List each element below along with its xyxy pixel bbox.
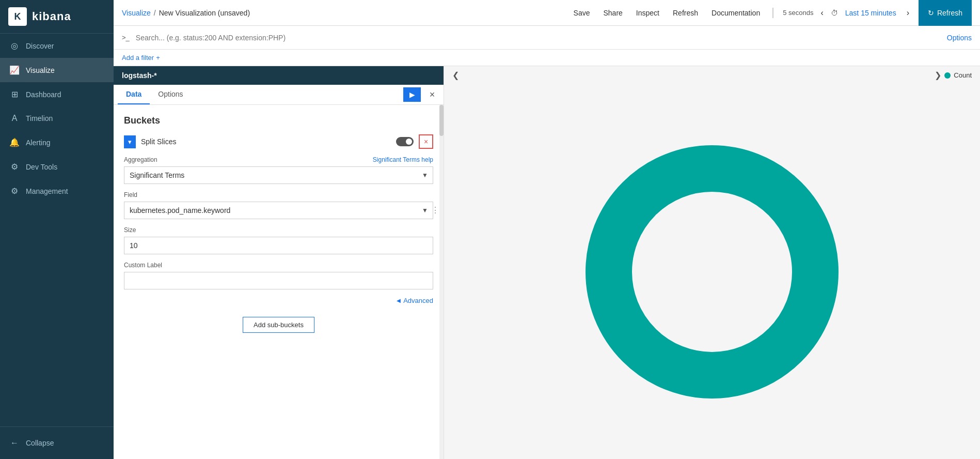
topbar-time-section: 5 seconds ‹ ⏱ Last 15 minutes › xyxy=(783,6,912,20)
add-filter-icon: + xyxy=(156,54,160,62)
breadcrumb-current: New Visualization (unsaved) xyxy=(159,9,250,17)
topbar-actions: Save Share Inspect Refresh Documentation… xyxy=(571,6,912,20)
scroll-thumb xyxy=(439,105,444,136)
sidebar-item-devtools[interactable]: ⚙ Dev Tools xyxy=(0,155,114,179)
custom-label-input[interactable] xyxy=(124,272,433,289)
index-pattern-label: logstash-* xyxy=(122,71,157,80)
size-field-row: Size 10 xyxy=(124,226,433,254)
close-icon: × xyxy=(430,89,435,100)
content-area: logstash-* Data Options ▶ × xyxy=(114,66,980,459)
field-label-text: Field xyxy=(124,191,137,198)
refresh-topbar-button[interactable]: Refresh xyxy=(670,7,701,19)
legend-expand-icon: ❯ xyxy=(935,71,941,80)
viz-collapse-button[interactable]: ❮ xyxy=(452,70,459,80)
time-prev-button[interactable]: ‹ xyxy=(817,6,826,20)
aggregation-field-row: Aggregation Significant Terms help Signi… xyxy=(124,156,433,184)
sidebar-item-collapse[interactable]: ← Collapse xyxy=(0,431,114,455)
search-input[interactable] xyxy=(136,34,943,42)
sidebar-item-label: Management xyxy=(26,187,68,195)
field-select-wrapper: kubernetes.pod_name.keyword ▼ xyxy=(124,202,433,219)
documentation-button[interactable]: Documentation xyxy=(708,7,763,19)
sidebar-item-visualize[interactable]: 📈 Visualize xyxy=(0,58,114,82)
auto-refresh-display: 5 seconds xyxy=(783,9,813,17)
add-filter-button[interactable]: Add a filter + xyxy=(122,54,160,62)
time-icon: ⏱ xyxy=(831,9,838,17)
play-icon: ▶ xyxy=(409,90,415,99)
custom-label-field-row: Custom Label xyxy=(124,262,433,289)
sidebar-item-label: Discover xyxy=(26,42,54,50)
legend-label: Count xyxy=(954,71,972,79)
topbar: Visualize / New Visualization (unsaved) … xyxy=(114,0,980,26)
size-label: Size xyxy=(124,226,433,234)
searchbar: >_ Options xyxy=(114,26,980,50)
add-sub-buckets-button[interactable]: Add sub-buckets xyxy=(243,317,314,333)
devtools-icon: ⚙ xyxy=(9,162,20,172)
field-select[interactable]: kubernetes.pod_name.keyword xyxy=(124,202,433,219)
share-button[interactable]: Share xyxy=(600,7,626,19)
delete-icon: × xyxy=(424,137,428,146)
timelion-icon: A xyxy=(9,114,20,123)
scroll-track xyxy=(439,105,444,459)
collapse-viz-icon: ❮ xyxy=(452,71,459,80)
dashboard-icon: ⊞ xyxy=(9,89,20,99)
sidebar-item-dashboard[interactable]: ⊞ Dashboard xyxy=(0,82,114,106)
discover-icon: ◎ xyxy=(9,41,20,51)
time-range-button[interactable]: Last 15 minutes xyxy=(842,7,899,19)
field-field-row: Field kubernetes.pod_name.keyword ▼ ⋮ xyxy=(124,191,433,219)
sidebar-item-label: Dev Tools xyxy=(26,163,57,171)
viz-toolbar: ❮ ❯ Count xyxy=(444,66,980,84)
save-button[interactable]: Save xyxy=(571,7,593,19)
sidebar-item-management[interactable]: ⚙ Management xyxy=(0,179,114,203)
svg-point-0 xyxy=(609,169,815,375)
panel-body: Buckets ▾ Split Slices × Aggregation xyxy=(114,105,444,459)
sidebar-item-label: Dashboard xyxy=(26,90,61,99)
tabs-actions: ▶ × xyxy=(403,87,439,102)
left-panel: logstash-* Data Options ▶ × xyxy=(114,66,444,459)
bucket-expand-button[interactable]: ▾ xyxy=(124,135,136,148)
add-filter-label: Add a filter xyxy=(122,54,154,62)
search-prompt: >_ xyxy=(122,34,130,41)
sidebar: K kibana ◎ Discover 📈 Visualize ⊞ Dashbo… xyxy=(0,0,114,459)
tab-data[interactable]: Data xyxy=(118,85,150,104)
sidebar-item-discover[interactable]: ◎ Discover xyxy=(0,34,114,58)
tabs-bar: Data Options ▶ × xyxy=(114,85,444,105)
aggregation-select[interactable]: Significant Terms xyxy=(124,166,433,184)
advanced-toggle-button[interactable]: ◄ Advanced xyxy=(395,297,433,304)
aggregation-field-label: Aggregation Significant Terms help xyxy=(124,156,433,163)
filterbar: Add a filter + xyxy=(114,50,980,66)
tab-options[interactable]: Options xyxy=(150,85,191,104)
inspect-button[interactable]: Inspect xyxy=(633,7,662,19)
size-input[interactable]: 10 xyxy=(124,237,433,254)
significant-terms-help-link[interactable]: Significant Terms help xyxy=(373,156,433,163)
main-content: Visualize / New Visualization (unsaved) … xyxy=(114,0,980,459)
split-slices-row: ▾ Split Slices × xyxy=(124,134,433,149)
sidebar-nav: ◎ Discover 📈 Visualize ⊞ Dashboard A Tim… xyxy=(0,34,114,426)
custom-label-text: Custom Label xyxy=(124,262,162,269)
sidebar-item-label: Collapse xyxy=(26,439,54,447)
legend-color-dot xyxy=(944,72,951,79)
search-options-button[interactable]: Options xyxy=(947,34,972,42)
legend-expand-button[interactable]: ❯ xyxy=(935,70,941,80)
delete-bucket-button[interactable]: × xyxy=(419,134,433,149)
size-label-text: Size xyxy=(124,226,136,234)
aggregation-select-wrapper: Significant Terms ▼ xyxy=(124,166,433,184)
refresh-label: Refresh xyxy=(937,9,962,17)
split-slices-label: Split Slices xyxy=(141,137,391,146)
right-panel: ❮ ❯ Count xyxy=(444,66,980,459)
sidebar-item-timelion[interactable]: A Timelion xyxy=(0,106,114,130)
donut-chart xyxy=(578,137,846,406)
main-refresh-button[interactable]: ↻ Refresh xyxy=(919,0,972,26)
custom-label-label: Custom Label xyxy=(124,262,433,269)
apply-changes-button[interactable]: ▶ xyxy=(403,87,421,102)
time-next-button[interactable]: › xyxy=(904,6,912,20)
visualize-icon: 📈 xyxy=(9,65,20,75)
buckets-title: Buckets xyxy=(124,115,433,126)
breadcrumb-separator: / xyxy=(154,9,156,17)
bucket-toggle-switch[interactable] xyxy=(396,137,414,146)
management-icon: ⚙ xyxy=(9,186,20,196)
close-panel-button[interactable]: × xyxy=(425,87,439,102)
breadcrumb-visualize-link[interactable]: Visualize xyxy=(122,9,151,17)
sidebar-item-alerting[interactable]: 🔔 Alerting xyxy=(0,130,114,155)
kibana-logo-icon: K xyxy=(8,7,27,26)
advanced-link-row: ◄ Advanced xyxy=(124,297,433,304)
